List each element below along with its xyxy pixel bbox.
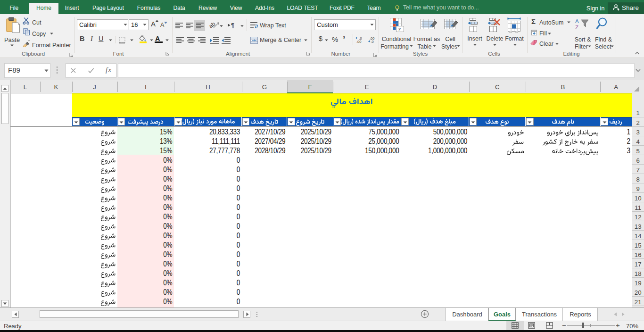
svg-text:.0: .0 (371, 40, 374, 43)
svg-text:.00: .00 (356, 40, 361, 43)
svg-text:≠: ≠ (398, 26, 401, 32)
svg-text:Z: Z (575, 25, 578, 30)
svg-text:A: A (575, 18, 579, 24)
